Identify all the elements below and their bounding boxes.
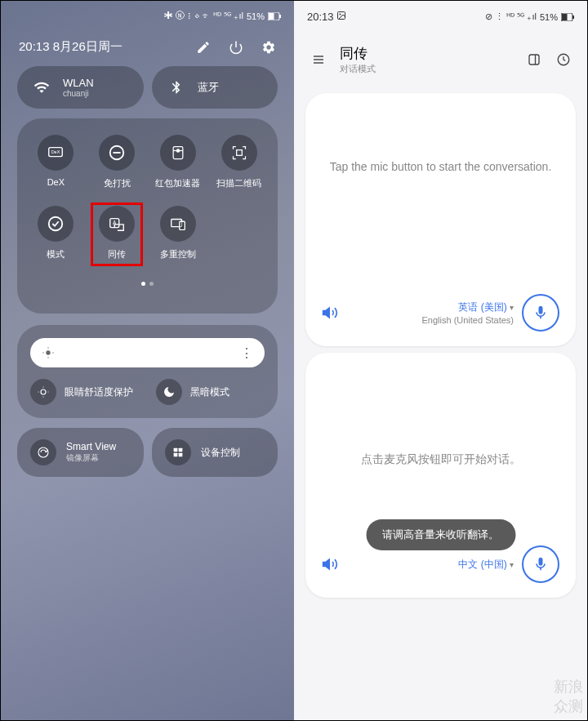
svg-marker-42 xyxy=(323,308,330,318)
svg-point-26 xyxy=(38,447,48,457)
chevron-down-icon: ▾ xyxy=(510,560,514,569)
status-time-2: 20:13 xyxy=(307,11,346,23)
app-title: 同传 xyxy=(340,44,514,63)
watermark: 新浪众测 xyxy=(554,677,583,716)
bluetooth-icon xyxy=(165,76,188,99)
qs-datetime: 20:13 8月26日周一 xyxy=(19,39,122,55)
brightness-slider[interactable]: ⋮ xyxy=(30,338,265,367)
lang-sub-en: English (United States) xyxy=(422,315,514,325)
battery-icon xyxy=(268,12,281,20)
mode-icon xyxy=(38,206,74,242)
history-icon[interactable] xyxy=(556,52,571,67)
svg-point-16 xyxy=(46,350,50,354)
lang-select-zh[interactable]: 中文 (中国) xyxy=(458,559,506,570)
qs-tiles-grid: DeX DeX 免打扰 红包加速器 扫描二维码 xyxy=(17,118,278,314)
qs-header: 20:13 8月26日周一 xyxy=(1,31,294,66)
interpreter-app: 20:13 ⊘ ⋮ ᴴᴰ ⁵ᴳ ₊ıl 51% 同传 对话模式 Tap the … xyxy=(294,1,587,720)
tile-dex[interactable]: DeX DeX xyxy=(27,135,84,189)
wlan-title: WLAN xyxy=(63,77,94,89)
qs-primary-row: WLAN chuanji 蓝牙 xyxy=(1,66,294,109)
photo-indicator-icon xyxy=(336,11,346,20)
tile-dnd[interactable]: 免打扰 xyxy=(88,135,145,189)
eye-icon xyxy=(30,379,56,405)
multicontrol-icon xyxy=(160,206,196,242)
wlan-toggle[interactable]: WLAN chuanji xyxy=(17,66,144,109)
menu-icon[interactable] xyxy=(310,53,327,66)
svg-marker-43 xyxy=(323,559,330,569)
window-icon[interactable] xyxy=(527,52,541,67)
mic-button-zh[interactable] xyxy=(522,545,559,583)
svg-rect-15 xyxy=(180,221,185,229)
more-icon[interactable]: ⋮ xyxy=(240,345,253,361)
redpacket-icon xyxy=(160,135,196,171)
svg-rect-1 xyxy=(269,13,274,20)
power-icon[interactable] xyxy=(229,40,243,55)
tile-multicontrol[interactable]: 多重控制 xyxy=(149,206,207,260)
tile-qrscan[interactable]: 扫描二维码 xyxy=(211,135,268,189)
svg-rect-28 xyxy=(178,448,182,452)
status-bar: ✱ Ⓝ ⋮ ⊘ ᯤ ᴴᴰ ⁵ᴳ ₊ıl 51% xyxy=(1,1,294,31)
wifi-icon xyxy=(30,76,53,99)
speaker-icon[interactable] xyxy=(322,556,338,572)
svg-rect-8 xyxy=(173,147,183,159)
speaker-icon[interactable] xyxy=(322,305,338,321)
svg-point-11 xyxy=(49,217,63,231)
svg-text:DeX: DeX xyxy=(51,149,60,154)
svg-point-9 xyxy=(176,149,179,152)
svg-point-21 xyxy=(41,389,46,394)
conversation-panel-chinese: 点击麦克风按钮即可开始对话。 请调高音量来收听翻译。 中文 (中国) ▾ xyxy=(305,353,576,598)
dex-icon: DeX xyxy=(38,135,74,171)
svg-rect-2 xyxy=(279,15,281,18)
settings-icon[interactable] xyxy=(261,40,276,55)
dark-mode-toggle[interactable]: 黑暗模式 xyxy=(156,379,265,405)
lang-select-en[interactable]: 英语 (美国) xyxy=(458,301,506,313)
wlan-sub: chuanji xyxy=(63,89,94,98)
smartview-icon xyxy=(30,439,56,465)
svg-rect-7 xyxy=(114,152,121,154)
sun-icon xyxy=(42,346,55,359)
bluetooth-toggle[interactable]: 蓝牙 xyxy=(152,66,278,109)
battery-icon xyxy=(561,13,574,21)
tile-empty xyxy=(211,206,268,260)
eye-comfort-toggle[interactable]: 眼睛舒适度保护 xyxy=(30,379,140,405)
panel-prompt-zh: 点击麦克风按钮即可开始对话。 xyxy=(322,451,559,468)
status-bar-2: 20:13 ⊘ ⋮ ᴴᴰ ⁵ᴳ ₊ıl 51% xyxy=(294,1,587,33)
edit-icon[interactable] xyxy=(196,40,211,55)
svg-rect-39 xyxy=(529,55,539,65)
svg-rect-27 xyxy=(173,448,177,452)
qs-bottom-row: Smart View 镜像屏幕 设备控制 xyxy=(1,428,294,477)
svg-rect-29 xyxy=(173,453,177,457)
svg-rect-10 xyxy=(236,150,242,156)
tile-redpacket[interactable]: 红包加速器 xyxy=(149,135,207,189)
status-icons: ✱ Ⓝ ⋮ ⊘ ᯤ ᴴᴰ ⁵ᴳ ₊ıl 51% xyxy=(164,11,281,21)
quick-settings-panel: ✱ Ⓝ ⋮ ⊘ ᯤ ᴴᴰ ⁵ᴳ ₊ıl 51% 20:13 8月26日周一 WL… xyxy=(1,1,294,720)
tile-mode[interactable]: 模式 xyxy=(27,206,84,260)
app-subtitle: 对话模式 xyxy=(340,63,514,75)
svg-rect-30 xyxy=(178,453,182,457)
conversation-panel-english: Tap the mic button to start the conversa… xyxy=(305,93,576,346)
devicecontrol-icon xyxy=(165,439,191,465)
app-header: 同传 对话模式 xyxy=(294,33,587,87)
page-indicator xyxy=(25,277,270,291)
qs-actions xyxy=(196,40,276,55)
status-icons-2: ⊘ ⋮ ᴴᴰ ⁵ᴳ ₊ıl 51% xyxy=(485,11,574,22)
moon-icon xyxy=(156,379,182,405)
brightness-panel: ⋮ 眼睛舒适度保护 黑暗模式 xyxy=(17,325,278,418)
svg-point-32 xyxy=(340,14,341,16)
devicecontrol-tile[interactable]: 设备控制 xyxy=(152,428,278,477)
chevron-down-icon: ▾ xyxy=(510,303,514,312)
svg-rect-34 xyxy=(562,14,568,20)
svg-rect-35 xyxy=(572,16,574,19)
tile-interpret[interactable]: A 同传 xyxy=(88,206,145,260)
bluetooth-title: 蓝牙 xyxy=(198,80,219,95)
mic-button-en[interactable] xyxy=(522,294,559,332)
dnd-icon xyxy=(99,135,135,171)
qr-icon xyxy=(221,135,257,171)
panel-prompt-en: Tap the mic button to start the conversa… xyxy=(322,158,559,176)
volume-toast: 请调高音量来收听翻译。 xyxy=(366,519,515,550)
highlight-box xyxy=(91,203,143,266)
smartview-tile[interactable]: Smart View 镜像屏幕 xyxy=(17,428,144,477)
